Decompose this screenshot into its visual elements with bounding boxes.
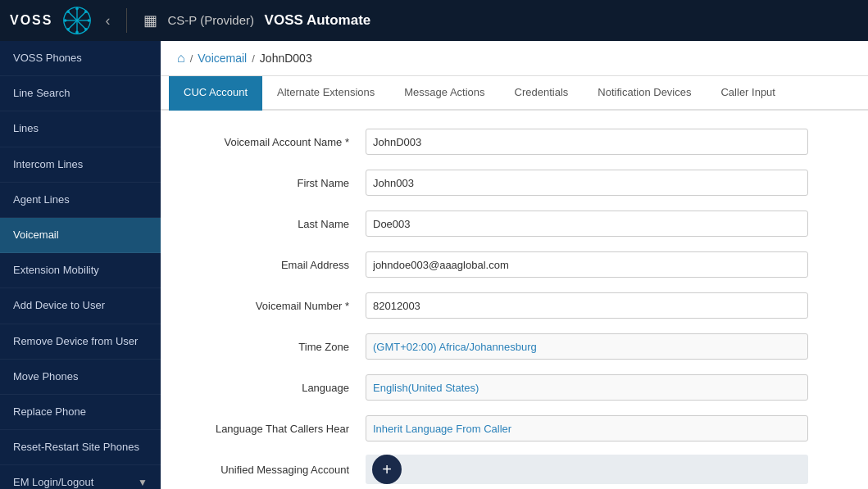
label-email-address: Email Address	[185, 259, 366, 271]
breadcrumb-sep-2: /	[252, 52, 255, 65]
sidebar-item-voss-phones[interactable]: VOSS Phones	[0, 41, 161, 76]
breadcrumb-voicemail-link[interactable]: Voicemail	[198, 52, 247, 65]
sidebar-item-add-device-to-user[interactable]: Add Device to User	[0, 288, 161, 324]
tab-message-actions[interactable]: Message Actions	[389, 76, 499, 111]
input-time-zone[interactable]	[366, 333, 808, 360]
breadcrumb: ⌂ / Voicemail / JohnD003	[161, 41, 868, 76]
sidebar-item-label: Move Phones	[13, 370, 79, 383]
logo-voss: VOSS	[10, 13, 52, 28]
chevron-down-icon: ▼	[138, 476, 148, 489]
sidebar-item-label: Intercom Lines	[13, 158, 83, 170]
sidebar-item-agent-lines[interactable]: Agent Lines	[0, 183, 161, 218]
form-area: Voicemail Account Name * First Name Last…	[161, 111, 868, 489]
form-row-language-callers: Language That Callers Hear	[185, 414, 843, 443]
sidebar-item-label: Line Search	[13, 87, 70, 99]
header-divider	[126, 8, 127, 33]
form-row-time-zone: Time Zone	[185, 332, 843, 361]
sidebar-item-reset-restart[interactable]: Reset-Restart Site Phones	[0, 430, 161, 465]
svg-point-9	[67, 10, 70, 13]
sidebar-item-extension-mobility[interactable]: Extension Mobility	[0, 253, 161, 288]
label-unified-messaging: Unified Messaging Account	[185, 464, 366, 476]
svg-point-11	[84, 10, 88, 13]
label-voicemail-account-name: Voicemail Account Name *	[185, 136, 366, 148]
form-row-voicemail-account-name: Voicemail Account Name *	[185, 127, 843, 156]
sidebar: VOSS Phones Line Search Lines Intercom L…	[0, 41, 161, 489]
form-row-voicemail-number: Voicemail Number *	[185, 291, 843, 320]
header-title: CS-P (Provider) VOSS Automate	[167, 12, 370, 29]
form-row-email-address: Email Address	[185, 250, 843, 279]
form-row-first-name: First Name	[185, 168, 843, 197]
sidebar-item-label: Agent Lines	[13, 193, 70, 206]
sidebar-item-label: Replace Phone	[13, 405, 86, 418]
provider-icon: ▦	[143, 11, 157, 29]
input-email-address[interactable]	[366, 251, 808, 278]
sidebar-item-intercom-lines[interactable]: Intercom Lines	[0, 147, 161, 183]
voss-logo-icon	[62, 6, 92, 35]
top-header: VOSS ‹ ▦ CS-P (Provider) VOSS Automate	[0, 0, 868, 41]
sidebar-item-label: VOSS Phones	[13, 52, 82, 64]
input-first-name[interactable]	[366, 170, 808, 196]
label-last-name: Last Name	[185, 218, 366, 230]
input-voicemail-number[interactable]	[366, 292, 808, 319]
collapse-sidebar-button[interactable]: ‹	[105, 12, 110, 29]
tab-cuc-account[interactable]: CUC Account	[169, 76, 262, 111]
tab-alternate-extensions[interactable]: Alternate Extensions	[262, 76, 389, 111]
svg-point-6	[76, 31, 80, 34]
label-voicemail-number: Voicemail Number *	[185, 300, 366, 312]
tab-credentials[interactable]: Credentials	[500, 76, 584, 111]
sidebar-item-line-search[interactable]: Line Search	[0, 76, 161, 111]
sidebar-item-move-phones[interactable]: Move Phones	[0, 360, 161, 395]
main-content: ⌂ / Voicemail / JohnD003 CUC Account Alt…	[161, 41, 868, 489]
svg-point-5	[76, 7, 80, 11]
sidebar-item-label: Add Device to User	[13, 299, 105, 311]
sidebar-item-replace-phone[interactable]: Replace Phone	[0, 395, 161, 430]
sidebar-item-label: Extension Mobility	[13, 264, 99, 276]
sidebar-item-label: EM Login/Logout	[13, 475, 93, 489]
form-row-language: Language	[185, 373, 843, 402]
input-language[interactable]	[366, 374, 808, 401]
main-layout: VOSS Phones Line Search Lines Intercom L…	[0, 41, 868, 489]
sidebar-item-label: Remove Device from User	[13, 335, 138, 347]
sidebar-item-label: Lines	[13, 122, 39, 134]
label-time-zone: Time Zone	[185, 341, 366, 353]
sidebar-item-label: Reset-Restart Site Phones	[13, 441, 139, 453]
sidebar-item-voicemail[interactable]: Voicemail	[0, 218, 161, 253]
sidebar-item-lines[interactable]: Lines	[0, 111, 161, 147]
sidebar-item-remove-device-from-user[interactable]: Remove Device from User	[0, 324, 161, 360]
svg-point-12	[67, 28, 70, 31]
label-language: Language	[185, 382, 366, 394]
sidebar-item-label: Voicemail	[13, 229, 59, 241]
unified-messaging-container: +	[366, 455, 808, 484]
input-last-name[interactable]	[366, 211, 808, 237]
provider-label: CS-P (Provider)	[167, 13, 254, 27]
input-voicemail-account-name[interactable]	[366, 129, 808, 155]
form-row-last-name: Last Name	[185, 209, 843, 238]
svg-point-10	[84, 28, 88, 31]
svg-point-7	[64, 19, 67, 22]
home-icon[interactable]: ⌂	[177, 51, 185, 66]
form-row-unified-messaging: Unified Messaging Account +	[185, 455, 843, 484]
sidebar-item-em-login-logout[interactable]: EM Login/Logout ▼	[0, 465, 161, 489]
input-language-callers[interactable]	[366, 415, 808, 441]
breadcrumb-sep-1: /	[190, 52, 193, 65]
label-first-name: First Name	[185, 177, 366, 189]
app-name: VOSS Automate	[265, 12, 371, 28]
tab-bar: CUC Account Alternate Extensions Message…	[161, 76, 868, 111]
label-language-callers-hear: Language That Callers Hear	[185, 423, 366, 435]
breadcrumb-current: JohnD003	[260, 52, 312, 65]
tab-caller-input[interactable]: Caller Input	[706, 76, 789, 111]
add-unified-messaging-button[interactable]: +	[372, 455, 402, 484]
tab-notification-devices[interactable]: Notification Devices	[583, 76, 706, 111]
svg-point-8	[88, 19, 91, 22]
